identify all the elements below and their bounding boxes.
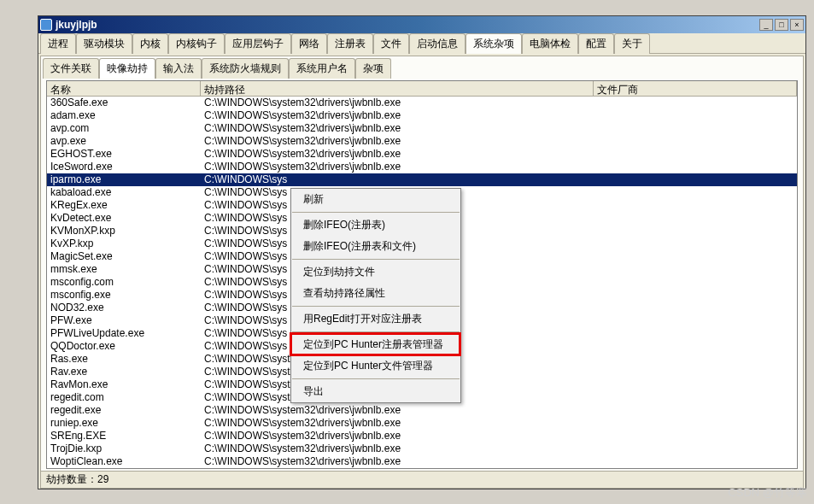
main-tab-5[interactable]: 网络 [291,33,327,54]
table-row[interactable]: adam.exeC:\WINDOWS\system32\drivers\jwbn… [47,109,797,122]
cell-vendor [594,378,797,391]
cell-vendor [594,148,797,161]
cell-name: avp.com [47,122,201,135]
table-row[interactable]: regedit.exeC:\WINDOWS\system32\drivers\j… [47,404,797,417]
cell-vendor [594,250,797,263]
sub-tab-5[interactable]: 杂项 [355,58,391,79]
cell-vendor [594,404,797,417]
cell-name: KRegEx.exe [47,199,201,212]
cell-vendor [594,417,797,430]
cell-vendor [594,340,797,353]
cell-name: msconfig.exe [47,289,201,302]
main-tab-6[interactable]: 注册表 [327,33,373,54]
cell-path: C:\WINDOWS\system32\drivers\jwbnlb.exe [201,430,594,442]
window-title: jkuyjlpjb [56,19,759,31]
cell-vendor [594,353,797,366]
cell-path: C:\WINDOWS\system32\drivers\jwbnlb.exe [201,417,594,430]
cell-vendor [594,327,797,340]
app-icon [40,19,52,31]
menu-separator [292,378,460,379]
menu-separator [292,306,460,307]
cell-name: regedit.exe [47,404,201,417]
main-tab-1[interactable]: 驱动模块 [76,33,132,54]
sub-tab-2[interactable]: 输入法 [155,58,202,79]
menu-item-3[interactable]: 删除IFEO(注册表和文件) [291,236,460,257]
maximize-button[interactable]: □ [775,19,788,31]
menu-item-8[interactable]: 用RegEdit打开对应注册表 [291,308,460,330]
sub-tabbar: 文件关联映像劫持输入法系统防火墙规则系统用户名杂项 [41,60,803,79]
menu-item-6[interactable]: 查看劫持路径属性 [291,283,460,304]
table-row[interactable]: EGHOST.exeC:\WINDOWS\system32\drivers\jw… [47,148,797,161]
cell-vendor [594,455,797,468]
menu-item-10[interactable]: 定位到PC Hunter注册表管理器 [291,334,460,355]
table-row[interactable]: TrojDie.kxpC:\WINDOWS\system32\drivers\j… [47,442,797,455]
main-tab-3[interactable]: 内核钩子 [168,33,225,54]
cell-vendor [594,442,797,455]
table-row[interactable]: iparmo.exeC:\WINDOWS\sys [47,173,797,186]
cell-path: C:\WINDOWS\system32\drivers\jwbnlb.exe [201,135,594,148]
menu-item-0[interactable]: 刷新 [291,189,460,210]
cell-name: kabaload.exe [47,186,201,199]
menu-item-11[interactable]: 定位到PC Hunter文件管理器 [291,355,460,377]
main-tab-8[interactable]: 启动信息 [409,33,466,54]
sub-tab-0[interactable]: 文件关联 [43,58,99,79]
cell-name: Ras.exe [47,353,201,366]
cell-vendor [594,276,797,289]
cell-vendor [594,302,797,314]
table-row[interactable]: SREng.EXEC:\WINDOWS\system32\drivers\jwb… [47,430,797,442]
column-vendor[interactable]: 文件厂商 [594,81,797,96]
cell-vendor [594,314,797,327]
cell-path: C:\WINDOWS\system32\drivers\jwbnlb.exe [201,97,594,109]
cell-vendor [594,173,797,186]
main-tab-2[interactable]: 内核 [132,33,168,54]
cell-name: KVMonXP.kxp [47,225,201,237]
table-row[interactable]: avp.comC:\WINDOWS\system32\drivers\jwbnl… [47,122,797,135]
column-name[interactable]: 名称 [47,81,201,96]
menu-item-13[interactable]: 导出 [291,381,460,402]
menu-item-2[interactable]: 删除IFEO(注册表) [291,214,460,236]
table-row[interactable]: runiep.exeC:\WINDOWS\system32\drivers\jw… [47,417,797,430]
menu-item-5[interactable]: 定位到劫持文件 [291,261,460,283]
main-tab-9[interactable]: 系统杂项 [466,33,522,54]
status-bar: 劫持数量：29 [41,471,803,488]
table-header: 名称 劫持路径 文件厂商 [47,81,797,97]
table-row[interactable]: 360Safe.exeC:\WINDOWS\system32\drivers\j… [47,97,797,109]
cell-vendor [594,135,797,148]
table-row[interactable]: IceSword.exeC:\WINDOWS\system32\drivers\… [47,161,797,173]
main-tabbar: 进程驱动模块内核内核钩子应用层钩子网络注册表文件启动信息系统杂项电脑体检配置关于 [38,35,805,54]
close-button[interactable]: × [790,19,804,31]
menu-separator [292,259,460,260]
status-text: 劫持数量：29 [46,472,108,487]
main-tab-7[interactable]: 文件 [373,33,409,54]
cell-path: C:\WINDOWS\system32\drivers\jwbnlb.exe [201,404,594,417]
cell-name: KvXP.kxp [47,237,201,250]
cell-path: C:\WINDOWS\system32\drivers\jwbnlb.exe [201,148,594,161]
minimize-button[interactable]: _ [759,19,773,31]
cell-vendor [594,366,797,378]
cell-vendor [594,109,797,122]
sub-tab-3[interactable]: 系统防火墙规则 [202,58,289,79]
main-tab-10[interactable]: 电脑体检 [522,33,578,54]
cell-name: iparmo.exe [47,173,201,186]
column-path[interactable]: 劫持路径 [201,81,594,96]
table-row[interactable]: avp.exeC:\WINDOWS\system32\drivers\jwbnl… [47,135,797,148]
cell-name: PFW.exe [47,314,201,327]
cell-vendor [594,186,797,199]
main-tab-4[interactable]: 应用层钩子 [225,33,291,54]
cell-name: NOD32.exe [47,302,201,314]
cell-name: mmsk.exe [47,263,201,276]
cell-name: regedit.com [47,391,201,404]
cell-name: avp.exe [47,135,201,148]
main-tab-0[interactable]: 进程 [40,33,76,54]
main-tab-12[interactable]: 关于 [614,33,650,54]
sub-tab-1[interactable]: 映像劫持 [99,58,155,79]
table-row[interactable]: WoptiClean.exeC:\WINDOWS\system32\driver… [47,455,797,468]
cell-name: KvDetect.exe [47,212,201,225]
cell-name: EGHOST.exe [47,148,201,161]
cell-path: C:\WINDOWS\system32\drivers\jwbnlb.exe [201,122,594,135]
titlebar[interactable]: jkuyjlpjb _ □ × [38,16,805,33]
context-menu[interactable]: 刷新删除IFEO(注册表)删除IFEO(注册表和文件)定位到劫持文件查看劫持路径… [290,188,461,403]
main-tab-11[interactable]: 配置 [578,33,614,54]
cell-vendor [594,237,797,250]
sub-tab-4[interactable]: 系统用户名 [289,58,355,79]
